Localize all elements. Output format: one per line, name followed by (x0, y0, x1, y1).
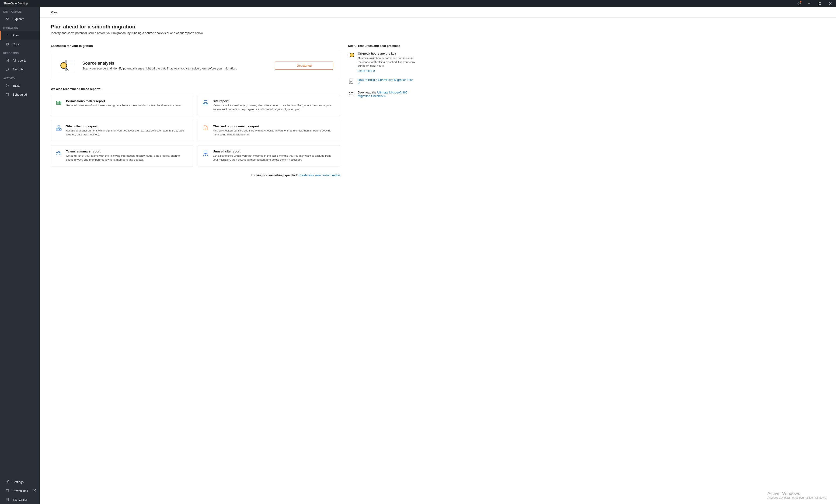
group-label-reporting: REPORTING (0, 49, 40, 56)
windows-activation-watermark: Activer Windows Accédez aux paramètres p… (767, 491, 826, 499)
sidebar-item-scheduled[interactable]: Scheduled (0, 90, 40, 99)
svg-rect-8 (6, 43, 8, 45)
report-permissions-matrix[interactable]: Permissions matrix report Get a full ove… (51, 95, 193, 116)
sidebar-item-security[interactable]: Security (0, 65, 40, 74)
external-link-icon (32, 489, 36, 493)
report-icon (5, 58, 10, 62)
sidebar-item-tasks[interactable]: Tasks (0, 81, 40, 90)
sidebar-item-label: Tasks (13, 84, 20, 88)
svg-rect-9 (6, 43, 8, 45)
svg-rect-43 (56, 129, 58, 130)
sidebar-item-label: Plan (13, 34, 19, 37)
svg-point-7 (7, 19, 9, 20)
clock-speed-icon (348, 52, 355, 58)
sidebar-item-label: Security (13, 67, 23, 71)
svg-rect-30 (56, 101, 61, 104)
sidebar-item-sg-apricot[interactable]: SG Apricot (0, 495, 40, 504)
resource-checklist: Download the Ultimate Microsoft 365 Migr… (348, 91, 416, 98)
gear-icon (5, 480, 10, 484)
learn-more-link[interactable]: Learn more (358, 69, 375, 73)
notification-dot (800, 1, 801, 3)
unused-site-icon (203, 150, 209, 156)
svg-rect-42 (58, 125, 60, 127)
svg-rect-3 (819, 3, 821, 5)
svg-rect-45 (60, 129, 61, 130)
sidebar-item-all-reports[interactable]: All reports (0, 56, 40, 65)
breadcrumb: Plan (40, 7, 836, 18)
resource-desc: Optimize migration performance and minim… (358, 56, 416, 68)
resources-heading: Useful resources and best practices (348, 44, 416, 47)
sidebar-item-plan[interactable]: Plan (0, 31, 40, 40)
permissions-matrix-icon (56, 100, 62, 106)
report-title: Site report (213, 99, 335, 103)
copy-icon (5, 42, 10, 46)
breadcrumb-current: Plan (51, 11, 57, 14)
sidebar-item-label: Scheduled (13, 93, 27, 96)
create-custom-report-link[interactable]: Create your own custom report (299, 173, 340, 177)
titlebar: ShareGate Desktop (0, 0, 836, 7)
report-desc: Find all checked-out files and files wit… (213, 129, 335, 137)
content: Plan Plan ahead for a smooth migration I… (40, 7, 836, 504)
sidebar-item-powershell[interactable]: PowerShell (0, 486, 40, 495)
essentials-heading: Essentials for your migration (51, 44, 340, 47)
resource-offpeak: Off-peak hours are the key Optimize migr… (348, 52, 416, 73)
sidebar-item-label: All reports (13, 59, 26, 62)
minimize-button[interactable] (804, 0, 815, 7)
report-desc: Assess your environment with insights on… (66, 129, 189, 137)
looking-for-specific: Looking for something specific? Create y… (51, 173, 340, 177)
report-title: Permissions matrix report (66, 99, 183, 103)
report-title: Checked out documents report (213, 124, 335, 128)
report-title: Teams summary report (66, 150, 189, 153)
report-site[interactable]: Site report View crucial information (e.… (197, 95, 340, 116)
get-started-button[interactable]: Get started (275, 61, 333, 70)
svg-point-22 (7, 499, 8, 500)
report-desc: View crucial information (e.g. owner, si… (213, 103, 335, 112)
report-title: Site collection report (66, 124, 189, 128)
calendar-icon (5, 92, 10, 97)
svg-point-53 (58, 152, 60, 153)
svg-rect-56 (204, 151, 207, 153)
close-button[interactable] (825, 0, 836, 7)
sidebar-item-label: Explorer (13, 17, 24, 21)
recommend-heading: We also recommend these reports: (51, 87, 340, 91)
report-site-collection[interactable]: Site collection report Assess your envir… (51, 120, 193, 141)
sidebar-item-settings[interactable]: Settings (0, 478, 40, 486)
howto-link[interactable]: How to Build a SharePoint Migration Plan (358, 78, 413, 85)
sidebar-item-label: SG Apricot (13, 498, 27, 501)
sidebar-item-copy[interactable]: Copy (0, 40, 40, 49)
shield-icon (5, 67, 10, 71)
resource-title: Off-peak hours are the key (358, 52, 416, 55)
svg-point-55 (60, 152, 61, 153)
sidebar-item-label: PowerShell (13, 489, 28, 492)
report-desc: Get a list of sites which were not modif… (213, 154, 335, 162)
app-name: ShareGate Desktop (3, 2, 28, 5)
svg-rect-21 (6, 499, 8, 501)
site-report-icon (203, 100, 209, 106)
sidebar-item-explorer[interactable]: Explorer (0, 15, 40, 23)
titlebar-controls (795, 0, 836, 7)
report-unused-site[interactable]: Unused site report Get a list of sites w… (197, 145, 340, 166)
page-title: Plan ahead for a smooth migration (51, 24, 825, 30)
svg-rect-35 (204, 100, 207, 102)
app-icon (5, 498, 10, 502)
report-teams-summary[interactable]: Teams summary report Get a full list of … (51, 145, 193, 166)
group-label-migration: MIGRATION (0, 23, 40, 31)
site-collection-icon (56, 125, 62, 131)
source-analysis-icon (57, 59, 75, 73)
help-button[interactable] (795, 0, 804, 7)
source-analysis-card: Source analysis Scan your source and ide… (51, 52, 340, 79)
group-label-activity: ACTIVITY (0, 74, 40, 81)
svg-rect-44 (58, 129, 60, 130)
svg-point-28 (62, 64, 65, 67)
maximize-button[interactable] (815, 0, 825, 7)
page-subtitle: Identify and solve potential issues befo… (51, 31, 825, 35)
tasks-icon (5, 83, 10, 88)
svg-rect-26 (66, 66, 74, 71)
svg-point-54 (56, 152, 58, 153)
document-icon (348, 78, 355, 84)
svg-rect-24 (66, 60, 74, 65)
svg-rect-15 (6, 94, 8, 96)
report-checked-out[interactable]: Checked out documents report Find all ch… (197, 120, 340, 141)
source-analysis-title: Source analysis (82, 61, 268, 66)
svg-point-6 (5, 19, 7, 20)
